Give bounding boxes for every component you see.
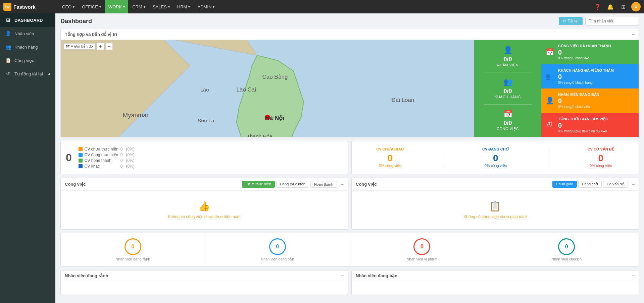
stat-nhan-vien: 👤 0/0 NHÂN VIÊN bbox=[497, 46, 518, 67]
cv-divider-1 bbox=[443, 147, 443, 168]
cv-label-dang-cho: CV ĐANG CHỜ bbox=[482, 147, 509, 152]
list-icon: 📋 bbox=[489, 201, 501, 212]
legend-count-1: 0 bbox=[120, 153, 123, 157]
nav-label-hrm: HRM bbox=[177, 4, 187, 9]
sidebar-label-cong-viec: Công việc bbox=[14, 58, 34, 63]
clock-icon: ⏱ bbox=[545, 121, 555, 129]
task-panel-right: Công việc Chưa giao Đang chờ Có vấn đề −… bbox=[351, 178, 639, 230]
task-panel-left-collapse[interactable]: − bbox=[341, 182, 344, 187]
tab-co-van-de[interactable]: Có vấn đề bbox=[603, 181, 628, 188]
emp-circle-ranh: 0 bbox=[125, 238, 141, 255]
nav-item-ceo[interactable]: CEO ▾ bbox=[59, 0, 78, 13]
bottom-panel-ban-collapse[interactable]: − bbox=[632, 273, 635, 278]
svg-text:Lào: Lào bbox=[200, 87, 209, 93]
legend-count-3: 0 bbox=[120, 164, 123, 169]
zoom-in-button[interactable]: + bbox=[97, 43, 104, 50]
svg-text:Thanh Hóa: Thanh Hóa bbox=[247, 133, 273, 137]
nav-label-sales: SALES bbox=[153, 4, 167, 9]
task-panel-left-tabs: Chưa thực hiện Đang thực hiện Hoàn thành bbox=[242, 181, 337, 188]
sidebar-label-nhan-vien: Nhân viên bbox=[14, 31, 34, 36]
tasks-icon: 📋 bbox=[5, 58, 11, 63]
page-header: Dashboard ↺ Tải lại bbox=[60, 17, 639, 25]
svg-text:Myanmar: Myanmar bbox=[123, 112, 149, 119]
zoom-out-button[interactable]: − bbox=[105, 43, 113, 50]
legend-dot-0 bbox=[79, 147, 83, 151]
emp-stat-checkin: 0 Nhân viên checkin bbox=[494, 233, 639, 266]
bottom-row: Nhân viên đang rảnh − Nhân viên đang bận… bbox=[60, 270, 639, 295]
user-avatar[interactable]: U bbox=[631, 2, 641, 11]
legend-item-0: CV chưa thực hiện 0 (0%) bbox=[79, 147, 135, 152]
emp-label-ban: Nhân viên đang bận bbox=[261, 257, 294, 261]
tab-chua-giao[interactable]: Chưa giao bbox=[552, 181, 577, 188]
rs-value-3: 0 bbox=[558, 97, 635, 105]
nav-item-work[interactable]: WORK ▾ bbox=[105, 0, 128, 13]
summary-row: 0 CV chưa thực hiện 0 (0%) CV đang thực … bbox=[60, 141, 639, 174]
emp-label-vi-pham: Nhân viên vi phạm bbox=[406, 257, 437, 261]
nav-label-office: OFFICE bbox=[82, 4, 98, 9]
sidebar-item-nhan-vien[interactable]: 👤 Nhân viên bbox=[0, 27, 55, 40]
bottom-panel-ban-body bbox=[352, 281, 639, 295]
map-section-title: Tổng hợp và bản đồ vị trí bbox=[65, 32, 117, 37]
nav-right: ❓ 🔔 ⊞ U bbox=[593, 2, 641, 11]
map-area[interactable]: 🗺 ≡ Đổi bản đồ + − bbox=[61, 40, 474, 137]
reload-button[interactable]: ↺ Tải lại bbox=[559, 17, 583, 25]
khach-hang-icon: 👥 bbox=[495, 78, 521, 86]
sidebar-item-tu-dong-tai-lai[interactable]: ↺ Tự động tải lại ◀ bbox=[0, 67, 55, 80]
chevron-down-icon: ▾ bbox=[213, 5, 214, 9]
emp-value-checkin: 0 bbox=[565, 244, 568, 250]
nav-item-admin[interactable]: ADMIN ▾ bbox=[194, 0, 218, 13]
nav-label-work: WORK bbox=[108, 4, 122, 9]
tab-hoan-thanh[interactable]: Hoàn thành bbox=[310, 181, 337, 188]
help-icon[interactable]: ❓ bbox=[593, 2, 602, 11]
khach-hang-value: 0/0 bbox=[495, 88, 521, 95]
emp-value-ranh: 0 bbox=[131, 244, 134, 250]
svg-text:Lào Cai: Lào Cai bbox=[237, 86, 256, 93]
nav-item-hrm[interactable]: HRM ▾ bbox=[174, 0, 194, 13]
grid-icon[interactable]: ⊞ bbox=[618, 2, 628, 11]
nav-label-admin: ADMIN bbox=[197, 4, 211, 9]
map-collapse-icon[interactable]: − bbox=[632, 32, 635, 37]
rs-title-1: CÔNG VIỆC ĐÃ HOÀN THÀNH bbox=[558, 44, 635, 48]
sidebar-label-tu-dong-tai-lai: Tự động tải lại bbox=[14, 71, 43, 76]
task-panel-right-title: Công việc bbox=[356, 182, 377, 187]
task-panel-left-empty: 👍 Không có công việc chưa thực hiện nào! bbox=[61, 191, 348, 229]
svg-text:Đài Loan: Đài Loan bbox=[392, 97, 414, 103]
sidebar-item-dashboard[interactable]: ⊞ DASHBOARD bbox=[0, 13, 55, 27]
app-logo[interactable]: fw Fastwork bbox=[3, 3, 59, 11]
nhan-vien-value: 0/0 bbox=[497, 56, 518, 63]
legend-pct-3: (0%) bbox=[126, 164, 135, 169]
nav-item-crm[interactable]: CRM ▾ bbox=[129, 0, 149, 13]
chevron-down-icon: ▾ bbox=[73, 5, 75, 9]
bottom-panel-ranh-collapse[interactable]: − bbox=[341, 273, 344, 278]
legend-list: CV chưa thực hiện 0 (0%) CV đang thực hi… bbox=[79, 147, 135, 169]
cong-viec-value: 0/0 bbox=[497, 120, 519, 127]
nhan-vien-icon: 👤 bbox=[497, 46, 518, 55]
emp-circle-ban: 0 bbox=[269, 238, 286, 255]
bottom-panel-ban: Nhân viên đang bận − bbox=[351, 270, 639, 295]
tab-chua-thuc-hien[interactable]: Chưa thực hiện bbox=[242, 181, 275, 188]
emp-circle-vi-pham: 0 bbox=[413, 238, 430, 255]
legend-label-1: CV đang thực hiện bbox=[85, 153, 118, 157]
emp-value-vi-pham: 0 bbox=[420, 244, 424, 250]
cv-stat-dang-cho: CV ĐANG CHỜ 0 0% công việc bbox=[482, 147, 509, 168]
task-panel-right-collapse[interactable]: − bbox=[632, 182, 635, 187]
search-input[interactable] bbox=[585, 17, 639, 25]
task-panel-right-empty: 📋 Không có công việc chưa giao nào! bbox=[352, 191, 639, 229]
nav-item-office[interactable]: OFFICE ▾ bbox=[79, 0, 104, 13]
task-panel-right-tabs: Chưa giao Đang chờ Có vấn đề bbox=[552, 181, 628, 188]
nav-item-sales[interactable]: SALES ▾ bbox=[149, 0, 173, 13]
nav-items: CEO ▾ OFFICE ▾ WORK ▾ CRM ▾ SALES ▾ HRM … bbox=[59, 0, 593, 13]
tab-dang-cho[interactable]: Đang chờ bbox=[578, 181, 602, 188]
cong-viec-icon: 📅 bbox=[497, 110, 519, 118]
sidebar-label-dashboard: DASHBOARD bbox=[14, 18, 43, 23]
emp-stat-ranh: 0 Nhân viên đang rảnh bbox=[61, 233, 205, 266]
map-section-header: Tổng hợp và bản đồ vị trí − bbox=[61, 29, 639, 40]
notification-icon[interactable]: 🔔 bbox=[606, 2, 615, 11]
right-stat-tong-thoi-gian: ⏱ TỔNG THỜI GIAN LÀM VIỆC 0 0% trong 0(g… bbox=[541, 113, 639, 137]
map-toggle-button[interactable]: 🗺 ≡ Đổi bản đồ bbox=[63, 43, 95, 50]
sidebar-collapse-icon[interactable]: ◀ bbox=[48, 72, 50, 76]
cv-divider-2 bbox=[548, 147, 548, 168]
tab-dang-thuc-hien[interactable]: Đang thực hiện bbox=[276, 181, 309, 188]
sidebar-item-khach-hang[interactable]: 👥 Khách hàng bbox=[0, 40, 55, 54]
sidebar-item-cong-viec[interactable]: 📋 Công việc bbox=[0, 54, 55, 67]
